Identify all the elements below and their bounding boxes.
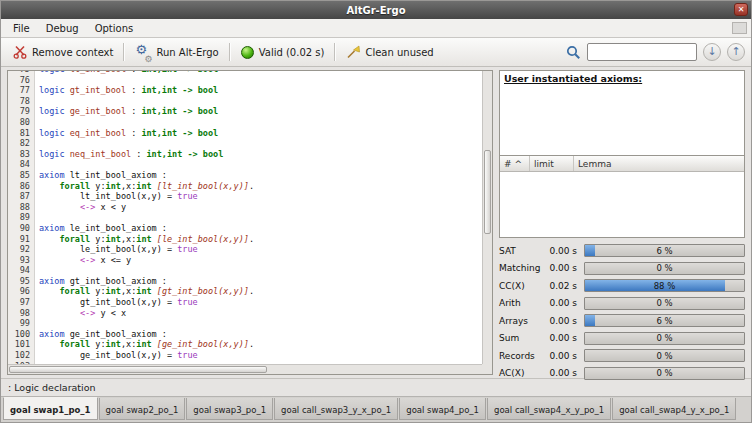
stat-percent-sum: 0 % <box>585 333 744 344</box>
code-line: 83logic neq_int_bool : int,int -> bool <box>8 149 482 160</box>
stat-row-arrays: Arrays0.00 s6 % <box>499 314 745 327</box>
search-next-button[interactable]: ↓ <box>703 43 721 61</box>
clean-unused-button[interactable]: Clean unused <box>340 42 439 62</box>
code-text <box>35 265 39 276</box>
line-number: 86 <box>8 181 35 192</box>
remove-context-button[interactable]: Remove context <box>7 42 119 62</box>
code-text: logic eq_int_bool : int,int -> bool <box>35 128 218 139</box>
tab-goal-swap2-po-1[interactable]: goal swap2_po_1 <box>99 398 186 420</box>
line-number: 89 <box>8 212 35 223</box>
instantiated-axioms-panel[interactable]: User instantiated axioms: <box>499 70 745 156</box>
code-line: 80 <box>8 117 482 128</box>
code-line: 94 <box>8 265 482 276</box>
code-line: 82 <box>8 138 482 149</box>
stat-percent-ccx: 88 % <box>585 280 744 291</box>
stat-time-acx: 0.00 s <box>545 368 584 378</box>
instantiated-axioms-title: User instantiated axioms: <box>504 73 642 84</box>
line-number: 80 <box>8 117 35 128</box>
column-header-lemma[interactable]: Lemma <box>574 156 744 171</box>
tab-goal-swap1-po-1[interactable]: goal swap1_po_1 <box>3 397 98 420</box>
editor-hscrollbar[interactable] <box>8 364 482 374</box>
lemma-table: # ^limitLemma <box>499 156 745 238</box>
stat-percent-records: 0 % <box>585 350 744 361</box>
stat-time-sum: 0.00 s <box>545 333 584 343</box>
code-line: 93 <-> x <= y <box>8 255 482 266</box>
line-number: 97 <box>8 297 35 308</box>
code-text: forall y:int,x:int [gt_int_bool(x,y)]. <box>35 286 254 297</box>
toolbar-separator <box>229 43 231 61</box>
stat-label-sat: SAT <box>499 246 545 256</box>
status-bar: : Logic declaration <box>1 378 751 396</box>
line-number: 87 <box>8 191 35 202</box>
column-header-num[interactable]: # ^ <box>500 156 530 171</box>
code-line: 97 gt_int_bool(x,y) = true <box>8 297 482 308</box>
code-line: 101 forall y:int,x:int [ge_int_bool(x,y)… <box>8 339 482 350</box>
remove-context-label: Remove context <box>32 47 113 58</box>
stat-progressbar-records: 0 % <box>584 349 745 362</box>
code-text <box>35 75 39 86</box>
stat-row-sat: SAT0.00 s6 % <box>499 244 745 257</box>
line-number: 92 <box>8 244 35 255</box>
code-line: 86 forall y:int,x:int [lt_int_bool(x,y)]… <box>8 181 482 192</box>
code-text: <-> x < y <box>35 202 126 213</box>
vscroll-thumb[interactable] <box>484 150 491 234</box>
code-editor[interactable]: 75logic lt_int_bool : int,int -> bool767… <box>7 70 493 375</box>
code-line: 90axiom le_int_bool_axiom : <box>8 223 482 234</box>
tab-goal-swap4-po-1[interactable]: goal swap4_po_1 <box>399 398 486 420</box>
search-group: ↓ ↑ <box>566 43 745 61</box>
lemma-table-body[interactable] <box>500 172 744 237</box>
stat-time-ccx: 0.02 s <box>545 281 584 291</box>
line-number: 84 <box>8 159 35 170</box>
line-number: 93 <box>8 255 35 266</box>
line-number: 82 <box>8 138 35 149</box>
line-number: 102 <box>8 350 35 361</box>
hscroll-thumb[interactable] <box>9 366 267 373</box>
menu-item-options[interactable]: Options <box>87 22 142 35</box>
column-header-limit[interactable]: limit <box>530 156 574 171</box>
code-text <box>35 159 39 170</box>
search-prev-button[interactable]: ↑ <box>727 43 745 61</box>
tab-goal-call-swap4-x-y-po-1[interactable]: goal call_swap4_x_y_po_1 <box>487 398 611 420</box>
line-number: 90 <box>8 223 35 234</box>
stat-percent-arith: 0 % <box>585 298 744 309</box>
lemma-table-header: # ^limitLemma <box>500 156 744 172</box>
code-line: 92 le_int_bool(x,y) = true <box>8 244 482 255</box>
scissors-icon <box>13 45 27 59</box>
code-text: le_int_bool(x,y) = true <box>35 244 198 255</box>
line-number: 96 <box>8 286 35 297</box>
right-panel: User instantiated axioms: # ^limitLemma … <box>499 70 745 375</box>
stat-time-sat: 0.00 s <box>545 246 584 256</box>
line-number: 94 <box>8 265 35 276</box>
stat-progressbar-arrays: 6 % <box>584 314 745 327</box>
tab-goal-call-swap4-y-x-po-1[interactable]: goal call_swap4_y_x_po_1 <box>612 398 736 420</box>
stat-label-records: Records <box>499 351 545 361</box>
window-title: AltGr-Ergo <box>1 5 751 16</box>
code-text: forall y:int,x:int [lt_int_bool(x,y)]. <box>35 181 254 192</box>
search-input[interactable] <box>587 43 697 61</box>
code-text <box>35 96 39 107</box>
code-text: logic ge_int_bool : int,int -> bool <box>35 106 218 117</box>
code-text: forall y:int,x:int [le_int_bool(x,y)]. <box>35 234 254 245</box>
stat-time-arith: 0.00 s <box>545 298 584 308</box>
line-number: 81 <box>8 128 35 139</box>
stat-percent-matching: 0 % <box>585 263 744 274</box>
stat-progressbar-matching: 0 % <box>584 262 745 275</box>
code-line: 77logic gt_int_bool : int,int -> bool <box>8 85 482 96</box>
tab-goal-call-swap3-y-x-po-1[interactable]: goal call_swap3_y_x_po_1 <box>274 398 398 420</box>
run-alt-ergo-button[interactable]: ⚙⚙ Run Alt-Ergo <box>129 42 224 63</box>
close-button[interactable]: ✕ <box>734 3 748 16</box>
search-icon <box>566 45 581 60</box>
line-number: 100 <box>8 329 35 340</box>
editor-vscrollbar[interactable] <box>482 71 492 364</box>
main-content: 75logic lt_int_bool : int,int -> bool767… <box>1 67 751 378</box>
status-text: : Logic declaration <box>8 382 96 393</box>
line-number: 78 <box>8 96 35 107</box>
line-number: 85 <box>8 170 35 181</box>
code-text: ge_int_bool(x,y) = true <box>35 350 198 361</box>
tab-goal-swap3-po-1[interactable]: goal swap3_po_1 <box>186 398 273 420</box>
stat-label-arrays: Arrays <box>499 316 545 326</box>
menu-item-file[interactable]: File <box>5 22 38 35</box>
menu-item-debug[interactable]: Debug <box>38 22 87 35</box>
line-number: 76 <box>8 75 35 86</box>
code-line: 91 forall y:int,x:int [le_int_bool(x,y)]… <box>8 234 482 245</box>
